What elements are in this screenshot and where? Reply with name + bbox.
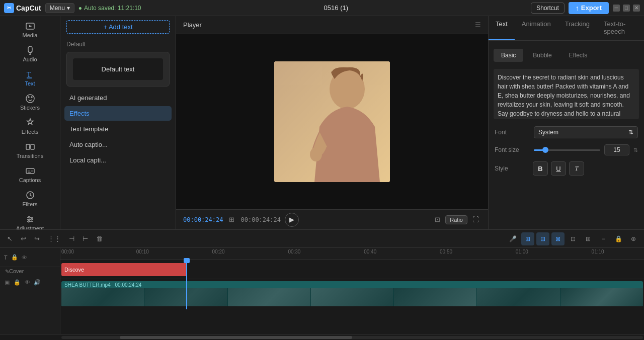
tab-tracking[interactable]: Tracking (558, 16, 597, 40)
trim-in-button[interactable]: ⊣ (66, 233, 77, 244)
text-track-label: T 🔒 👁 (0, 248, 60, 267)
right-tab-content: Basic Bubble Effects Discover the secret… (489, 41, 644, 229)
svg-rect-5 (26, 144, 30, 149)
sidebar-item-filters[interactable]: Filters (0, 187, 60, 210)
screenshot-button[interactable]: ⊡ (433, 215, 442, 224)
sub-tab-effects[interactable]: Effects (561, 49, 595, 62)
split5-button[interactable]: ⊡ (567, 232, 580, 245)
sidebar-item-captions[interactable]: Captions (0, 163, 60, 186)
tab-text[interactable]: Text (489, 16, 515, 40)
eye-video-icon[interactable]: 👁 (23, 278, 31, 286)
lock-track-icon[interactable]: 🔒 (11, 253, 19, 262)
add-text-button[interactable]: + Add text (66, 20, 170, 34)
sidebar-item-stickers[interactable]: Stickers (0, 91, 60, 114)
player-controls: 00:00:24:24 ⊞ 00:00:24:24 ▶ ⊡ Ratio ⛶ (176, 209, 488, 229)
fullscreen-button[interactable]: ⛶ (470, 215, 481, 224)
svg-point-10 (31, 218, 33, 220)
filters-icon (25, 190, 35, 200)
cover-button[interactable]: ✎Cover (3, 267, 26, 275)
ruler-container: 00:00 00:10 00:20 00:30 00:40 00:50 01:0… (60, 248, 644, 260)
panel-item-auto-caption[interactable]: Auto captio... (64, 137, 172, 152)
text-content-area[interactable]: Discover the secret to radiant skin and … (494, 69, 639, 119)
style-row: Style B U T (489, 158, 644, 179)
close-button[interactable]: ✕ (633, 5, 640, 12)
shortcut-button[interactable]: Shortcut (531, 3, 565, 14)
panel-item-ai-generated[interactable]: AI generated (64, 91, 172, 105)
redo-button[interactable]: ↪ (31, 233, 43, 244)
mic-button[interactable]: 🎤 (506, 232, 519, 245)
trim-out-button[interactable]: ⊢ (79, 233, 91, 244)
menu-button[interactable]: Menu ▾ (45, 3, 74, 13)
sub-tab-bubble[interactable]: Bubble (525, 49, 559, 62)
export-button[interactable]: ↑ Export (569, 2, 609, 14)
sidebar-item-adjustment[interactable]: Adjustment (0, 211, 60, 229)
italic-button[interactable]: T (569, 161, 584, 176)
undo-button[interactable]: ↩ (18, 233, 29, 244)
split-button[interactable]: ⋮⋮ (45, 233, 64, 244)
underline-button[interactable]: U (551, 161, 566, 176)
project-counter: 0516 (1) (324, 4, 348, 12)
link3-button[interactable]: ⊠ (551, 232, 565, 245)
audio-icon (25, 45, 35, 55)
sidebar-item-text[interactable]: T Text (0, 66, 60, 90)
play-button[interactable]: ▶ (285, 213, 299, 227)
text-clip[interactable]: Discove (61, 263, 187, 276)
font-size-control: 15 ⇅ (534, 144, 638, 155)
track-content: 00:00 00:10 00:20 00:30 00:40 00:50 01:0… (60, 248, 644, 334)
zoom-button[interactable]: ⊕ (627, 232, 640, 245)
video-clip-info: SHEA BUTTER.mp4 00:00:24:24 (64, 282, 141, 288)
timeline-ruler: 00:00 00:10 00:20 00:30 00:40 00:50 01:0… (60, 248, 644, 260)
lock-video-icon[interactable]: 🔒 (13, 278, 21, 286)
left-sidebar: Media Audio T Text Stickers Effects (0, 16, 60, 229)
timeline-scrollbar[interactable] (0, 334, 644, 340)
timeline-tracks-area: T 🔒 👁 ✎Cover ▣ 🔒 👁 (0, 248, 644, 334)
panel-menu-items: AI generated Effects Text template Auto … (60, 89, 176, 169)
font-row: Font System ⇅ (489, 123, 644, 141)
nav-icons: Media Audio T Text Stickers Effects (0, 16, 60, 229)
audio-video-icon[interactable]: 🔊 (33, 278, 41, 286)
panel-header: + Add text (60, 16, 176, 38)
svg-point-15 (310, 147, 322, 161)
svg-point-9 (28, 216, 30, 218)
minimize-button[interactable]: ─ (613, 5, 620, 12)
logo-icon: ✂ (4, 3, 14, 13)
player-menu-icon[interactable]: ☰ (475, 21, 481, 29)
tab-animation[interactable]: Animation (515, 16, 558, 40)
video-frame (274, 61, 390, 182)
text-panel: + Add text Default Default text AI gener… (60, 16, 176, 229)
minus-button[interactable]: − (597, 232, 610, 245)
font-select[interactable]: System ⇅ (534, 126, 638, 138)
cursor-tool[interactable]: ↖ (4, 233, 16, 244)
panel-item-text-template[interactable]: Text template (64, 122, 172, 136)
panel-item-effects[interactable]: Effects (64, 106, 172, 121)
sidebar-item-audio[interactable]: Audio (0, 42, 60, 65)
font-size-input[interactable]: 15 (604, 144, 629, 155)
lock-button[interactable]: 🔒 (612, 232, 625, 245)
default-text-card[interactable]: Default text (66, 52, 170, 87)
ratio-button[interactable]: Ratio (445, 215, 467, 224)
transitions-icon (25, 142, 35, 152)
sidebar-item-effects[interactable]: Effects (0, 115, 60, 138)
sidebar-item-transitions[interactable]: Transitions (0, 139, 60, 162)
maximize-button[interactable]: □ (623, 5, 630, 12)
panel-item-local-caption[interactable]: Local capti... (64, 153, 172, 167)
svg-rect-6 (31, 144, 34, 149)
text-nav-icon: T (25, 69, 35, 79)
player-title: Player (183, 21, 202, 29)
font-size-slider[interactable] (534, 149, 600, 151)
svg-point-11 (28, 220, 30, 222)
video-clip[interactable]: SHEA BUTTER.mp4 00:00:24:24 (61, 281, 643, 306)
player-header: Player ☰ (176, 16, 488, 34)
visibility-track-icon[interactable]: 👁 (21, 253, 29, 262)
tab-tts[interactable]: Text-to-speech (597, 16, 644, 40)
sub-tab-basic[interactable]: Basic (494, 49, 523, 62)
bold-button[interactable]: B (533, 161, 548, 176)
sidebar-item-media[interactable]: Media (0, 18, 60, 41)
captions-icon (25, 166, 35, 176)
capture-button[interactable]: ⊞ (582, 232, 595, 245)
link1-button[interactable]: ⊞ (521, 232, 534, 245)
delete-button[interactable]: 🗑 (93, 233, 106, 244)
text-card-preview: Default text (73, 58, 163, 80)
grid-view-button[interactable]: ⊞ (227, 215, 236, 224)
link2-button[interactable]: ⊟ (536, 232, 549, 245)
